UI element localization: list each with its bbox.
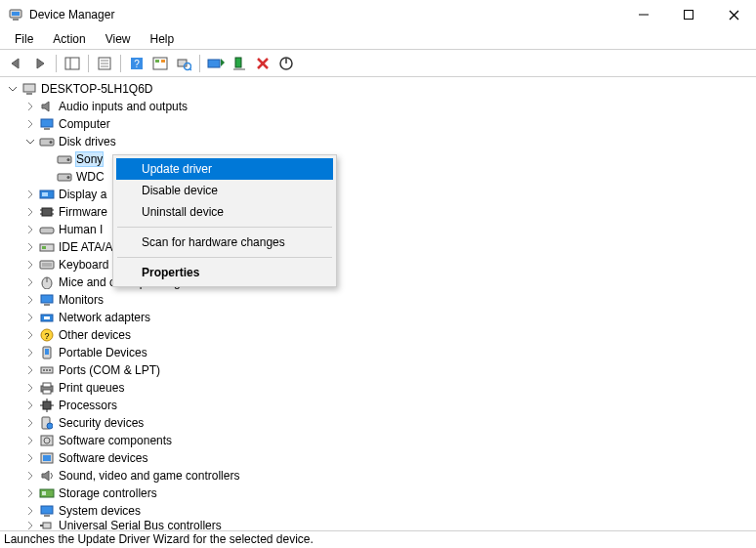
chevron-right-icon[interactable] <box>23 469 37 483</box>
port-icon <box>39 362 55 378</box>
chevron-right-icon[interactable] <box>23 223 37 236</box>
tree-label: Monitors <box>59 293 104 307</box>
separator <box>117 257 332 258</box>
context-scan-hardware[interactable]: Scan for hardware changes <box>116 232 333 253</box>
tree-item-portable[interactable]: Portable Devices <box>6 344 756 361</box>
action-toolbar-button[interactable] <box>149 53 171 74</box>
menubar: File Action View Help <box>0 29 756 49</box>
svg-rect-17 <box>161 60 165 63</box>
chevron-down-icon[interactable] <box>23 135 37 148</box>
tree-item-computer[interactable]: Computer <box>6 115 756 133</box>
tree-item-processors[interactable]: Processors <box>6 397 756 414</box>
chevron-right-icon[interactable] <box>23 416 37 430</box>
software-device-icon <box>39 450 55 466</box>
toolbar: ? <box>0 50 756 77</box>
tree-item-sound[interactable]: Sound, video and game controllers <box>6 467 756 485</box>
tree-item-ports[interactable]: Ports (COM & LPT) <box>6 361 756 379</box>
tree-item-usb[interactable]: Universal Serial Bus controllers <box>6 520 756 530</box>
tree-item-swdev[interactable]: Software devices <box>6 449 756 467</box>
chevron-right-icon[interactable] <box>23 451 37 465</box>
chevron-right-icon[interactable] <box>23 311 37 324</box>
context-uninstall-device[interactable]: Uninstall device <box>116 201 333 223</box>
svg-rect-38 <box>42 208 52 216</box>
back-button[interactable] <box>6 53 27 74</box>
chevron-right-icon[interactable] <box>23 100 37 113</box>
device-tree[interactable]: DESKTOP-5LH1Q6D Audio inputs and outputs… <box>0 78 756 530</box>
tree-item-system[interactable]: System devices <box>6 502 756 520</box>
tree-label: WDC <box>76 170 105 184</box>
menu-view[interactable]: View <box>97 30 140 48</box>
help-button[interactable]: ? <box>126 53 147 74</box>
context-menu: Update driver Disable device Uninstall d… <box>112 154 337 287</box>
maximize-button[interactable] <box>666 0 711 29</box>
tree-item-disk-drives[interactable]: Disk drives <box>6 133 756 150</box>
properties-button[interactable] <box>94 53 115 74</box>
disable-button[interactable] <box>275 53 297 74</box>
tree-label: Sound, video and game controllers <box>59 469 239 483</box>
svg-rect-76 <box>43 455 51 461</box>
tree-item-printq[interactable]: Print queues <box>6 379 756 397</box>
chevron-right-icon[interactable] <box>23 399 37 412</box>
chevron-right-icon[interactable] <box>23 258 37 272</box>
update-driver-button[interactable] <box>205 53 227 74</box>
tree-item-other[interactable]: ? Other devices <box>6 326 756 344</box>
device-manager-icon <box>8 7 23 22</box>
chevron-right-icon[interactable] <box>23 346 37 359</box>
chevron-right-icon[interactable] <box>23 328 37 342</box>
tree-label: Network adapters <box>59 311 150 324</box>
chevron-right-icon[interactable] <box>23 486 37 500</box>
printer-icon <box>39 380 55 396</box>
context-update-driver[interactable]: Update driver <box>116 158 333 180</box>
tree-label: Universal Serial Bus controllers <box>59 520 222 530</box>
svg-rect-2 <box>13 19 19 21</box>
minimize-button[interactable] <box>621 0 666 29</box>
chevron-right-icon[interactable] <box>23 293 37 307</box>
scan-hardware-button[interactable] <box>173 53 194 74</box>
chevron-down-icon[interactable] <box>6 82 20 96</box>
tree-root[interactable]: DESKTOP-5LH1Q6D <box>6 80 756 98</box>
chevron-right-icon[interactable] <box>23 205 37 219</box>
monitor-icon <box>39 292 55 308</box>
tree-label: Firmware <box>59 205 107 219</box>
menu-file[interactable]: File <box>6 30 42 48</box>
enable-button[interactable] <box>229 53 250 74</box>
tree-label: Computer <box>59 117 110 131</box>
forward-button[interactable] <box>29 53 51 74</box>
tree-label: Keyboard <box>59 258 108 272</box>
chevron-right-icon[interactable] <box>23 504 37 518</box>
tree-item-security[interactable]: Security devices <box>6 414 756 432</box>
svg-rect-58 <box>45 349 49 355</box>
chevron-right-icon[interactable] <box>23 240 37 254</box>
chevron-right-icon[interactable] <box>23 188 37 201</box>
disk-icon <box>39 134 55 149</box>
svg-point-33 <box>67 158 70 161</box>
context-disable-device[interactable]: Disable device <box>116 180 333 201</box>
tree-item-monitors[interactable]: Monitors <box>6 291 756 309</box>
separator <box>199 55 200 72</box>
svg-point-60 <box>43 369 45 371</box>
menu-help[interactable]: Help <box>142 30 184 48</box>
chevron-right-icon[interactable] <box>23 434 37 447</box>
svg-rect-79 <box>41 506 53 514</box>
chevron-right-icon[interactable] <box>23 117 37 131</box>
system-device-icon <box>39 503 55 519</box>
chevron-right-icon[interactable] <box>23 520 37 530</box>
tree-item-swcomp[interactable]: Software components <box>6 432 756 449</box>
close-button[interactable] <box>711 0 756 29</box>
software-component-icon <box>39 433 55 448</box>
window-title: Device Manager <box>29 8 114 21</box>
svg-rect-54 <box>44 316 50 319</box>
tree-item-storage[interactable]: Storage controllers <box>6 485 756 502</box>
tree-item-network[interactable]: Network adapters <box>6 309 756 326</box>
tree-label: Other devices <box>59 328 131 342</box>
chevron-right-icon[interactable] <box>23 275 37 289</box>
chevron-right-icon[interactable] <box>23 381 37 395</box>
tree-item-audio[interactable]: Audio inputs and outputs <box>6 98 756 115</box>
svg-rect-51 <box>41 295 53 303</box>
uninstall-button[interactable] <box>252 53 273 74</box>
context-properties[interactable]: Properties <box>116 262 333 283</box>
chevron-right-icon[interactable] <box>23 363 37 377</box>
menu-action[interactable]: Action <box>44 30 94 48</box>
show-hide-console-tree-button[interactable] <box>62 53 83 74</box>
tree-label: System devices <box>59 504 141 518</box>
